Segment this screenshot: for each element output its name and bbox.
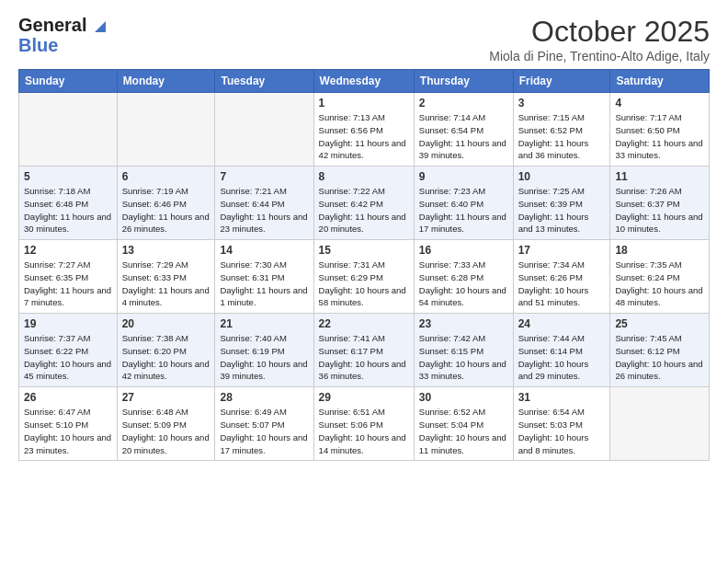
cell-w4-d1: 27Sunrise: 6:48 AM Sunset: 5:09 PM Dayli… bbox=[117, 387, 215, 461]
week-row-3: 19Sunrise: 7:37 AM Sunset: 6:22 PM Dayli… bbox=[19, 314, 710, 387]
day-number-w4-d1: 27 bbox=[122, 391, 210, 404]
day-number-w2-d3: 15 bbox=[319, 244, 409, 257]
day-info-w2-d6: Sunrise: 7:35 AM Sunset: 6:24 PM Dayligh… bbox=[615, 259, 704, 309]
day-number-w1-d2: 7 bbox=[220, 170, 308, 183]
cell-w0-d1 bbox=[117, 93, 215, 167]
cell-w3-d2: 21Sunrise: 7:40 AM Sunset: 6:19 PM Dayli… bbox=[215, 314, 313, 387]
day-info-w1-d3: Sunrise: 7:22 AM Sunset: 6:42 PM Dayligh… bbox=[319, 185, 409, 236]
day-info-w3-d1: Sunrise: 7:38 AM Sunset: 6:20 PM Dayligh… bbox=[122, 332, 210, 383]
day-number-w1-d0: 5 bbox=[24, 170, 112, 183]
day-number-w1-d4: 9 bbox=[419, 170, 508, 183]
logo-line1: General bbox=[18, 15, 108, 35]
cell-w1-d6: 11Sunrise: 7:26 AM Sunset: 6:37 PM Dayli… bbox=[610, 167, 710, 240]
day-info-w2-d1: Sunrise: 7:29 AM Sunset: 6:33 PM Dayligh… bbox=[122, 259, 210, 309]
day-number-w2-d5: 17 bbox=[518, 244, 606, 257]
cell-w4-d2: 28Sunrise: 6:49 AM Sunset: 5:07 PM Dayli… bbox=[215, 387, 313, 461]
day-number-w1-d6: 11 bbox=[615, 170, 704, 183]
cell-w4-d4: 30Sunrise: 6:52 AM Sunset: 5:04 PM Dayli… bbox=[414, 387, 513, 461]
header-thursday: Thursday bbox=[414, 70, 513, 93]
cell-w4-d6 bbox=[610, 387, 710, 461]
day-info-w4-d3: Sunrise: 6:51 AM Sunset: 5:06 PM Dayligh… bbox=[319, 406, 409, 456]
cell-w2-d6: 18Sunrise: 7:35 AM Sunset: 6:24 PM Dayli… bbox=[610, 240, 710, 314]
day-info-w4-d5: Sunrise: 6:54 AM Sunset: 5:03 PM Dayligh… bbox=[518, 406, 606, 456]
day-number-w2-d0: 12 bbox=[24, 244, 112, 257]
day-number-w1-d5: 10 bbox=[518, 170, 606, 183]
day-number-w2-d2: 14 bbox=[220, 244, 308, 257]
day-number-w2-d6: 18 bbox=[615, 244, 704, 257]
logo-icon bbox=[93, 19, 108, 34]
cell-w1-d5: 10Sunrise: 7:25 AM Sunset: 6:39 PM Dayli… bbox=[513, 167, 610, 240]
cell-w1-d4: 9Sunrise: 7:23 AM Sunset: 6:40 PM Daylig… bbox=[414, 167, 513, 240]
week-row-4: 26Sunrise: 6:47 AM Sunset: 5:10 PM Dayli… bbox=[19, 387, 710, 461]
day-number-w0-d4: 2 bbox=[419, 97, 508, 109]
weekday-header-row: Sunday Monday Tuesday Wednesday Thursday… bbox=[19, 70, 710, 93]
day-number-w4-d5: 31 bbox=[518, 391, 606, 404]
page-container: General Blue October 2025 Miola di Pine,… bbox=[0, 0, 728, 470]
day-info-w1-d6: Sunrise: 7:26 AM Sunset: 6:37 PM Dayligh… bbox=[615, 185, 704, 236]
cell-w2-d2: 14Sunrise: 7:30 AM Sunset: 6:31 PM Dayli… bbox=[215, 240, 313, 314]
cell-w0-d5: 3Sunrise: 7:15 AM Sunset: 6:52 PM Daylig… bbox=[513, 93, 610, 167]
cell-w0-d6: 4Sunrise: 7:17 AM Sunset: 6:50 PM Daylig… bbox=[610, 93, 710, 167]
header-monday: Monday bbox=[117, 70, 215, 93]
cell-w3-d3: 22Sunrise: 7:41 AM Sunset: 6:17 PM Dayli… bbox=[313, 314, 414, 387]
logo-line2: Blue bbox=[18, 35, 108, 55]
day-info-w1-d2: Sunrise: 7:21 AM Sunset: 6:44 PM Dayligh… bbox=[220, 185, 308, 236]
day-info-w4-d2: Sunrise: 6:49 AM Sunset: 5:07 PM Dayligh… bbox=[220, 406, 308, 456]
logo: General Blue bbox=[18, 15, 108, 55]
day-number-w3-d3: 22 bbox=[319, 317, 409, 330]
day-info-w3-d4: Sunrise: 7:42 AM Sunset: 6:15 PM Dayligh… bbox=[419, 332, 508, 383]
day-number-w4-d0: 26 bbox=[24, 391, 112, 404]
day-info-w4-d0: Sunrise: 6:47 AM Sunset: 5:10 PM Dayligh… bbox=[24, 406, 112, 456]
cell-w1-d2: 7Sunrise: 7:21 AM Sunset: 6:44 PM Daylig… bbox=[215, 167, 313, 240]
calendar-table: Sunday Monday Tuesday Wednesday Thursday… bbox=[18, 69, 710, 461]
cell-w3-d1: 20Sunrise: 7:38 AM Sunset: 6:20 PM Dayli… bbox=[117, 314, 215, 387]
day-number-w1-d3: 8 bbox=[319, 170, 409, 183]
cell-w2-d1: 13Sunrise: 7:29 AM Sunset: 6:33 PM Dayli… bbox=[117, 240, 215, 314]
day-number-w3-d0: 19 bbox=[24, 317, 112, 330]
day-number-w3-d5: 24 bbox=[518, 317, 606, 330]
day-info-w1-d4: Sunrise: 7:23 AM Sunset: 6:40 PM Dayligh… bbox=[419, 185, 508, 236]
day-number-w3-d4: 23 bbox=[419, 317, 508, 330]
day-info-w3-d5: Sunrise: 7:44 AM Sunset: 6:14 PM Dayligh… bbox=[518, 332, 606, 383]
header-tuesday: Tuesday bbox=[215, 70, 313, 93]
month-title: October 2025 bbox=[489, 15, 710, 49]
day-info-w3-d3: Sunrise: 7:41 AM Sunset: 6:17 PM Dayligh… bbox=[319, 332, 409, 383]
day-info-w2-d3: Sunrise: 7:31 AM Sunset: 6:29 PM Dayligh… bbox=[319, 259, 409, 309]
cell-w4-d3: 29Sunrise: 6:51 AM Sunset: 5:06 PM Dayli… bbox=[313, 387, 414, 461]
cell-w0-d4: 2Sunrise: 7:14 AM Sunset: 6:54 PM Daylig… bbox=[414, 93, 513, 167]
cell-w2-d4: 16Sunrise: 7:33 AM Sunset: 6:28 PM Dayli… bbox=[414, 240, 513, 314]
header-wednesday: Wednesday bbox=[313, 70, 414, 93]
cell-w0-d2 bbox=[215, 93, 313, 167]
day-number-w0-d3: 1 bbox=[319, 97, 409, 109]
day-number-w4-d4: 30 bbox=[419, 391, 508, 404]
day-info-w0-d5: Sunrise: 7:15 AM Sunset: 6:52 PM Dayligh… bbox=[518, 111, 606, 162]
day-info-w3-d6: Sunrise: 7:45 AM Sunset: 6:12 PM Dayligh… bbox=[615, 332, 704, 383]
cell-w0-d3: 1Sunrise: 7:13 AM Sunset: 6:56 PM Daylig… bbox=[313, 93, 414, 167]
header-sunday: Sunday bbox=[19, 70, 118, 93]
header-friday: Friday bbox=[513, 70, 610, 93]
calendar-body: 1Sunrise: 7:13 AM Sunset: 6:56 PM Daylig… bbox=[19, 93, 710, 461]
day-number-w0-d5: 3 bbox=[518, 97, 606, 109]
cell-w2-d5: 17Sunrise: 7:34 AM Sunset: 6:26 PM Dayli… bbox=[513, 240, 610, 314]
cell-w1-d3: 8Sunrise: 7:22 AM Sunset: 6:42 PM Daylig… bbox=[313, 167, 414, 240]
cell-w1-d0: 5Sunrise: 7:18 AM Sunset: 6:48 PM Daylig… bbox=[19, 167, 118, 240]
cell-w3-d4: 23Sunrise: 7:42 AM Sunset: 6:15 PM Dayli… bbox=[414, 314, 513, 387]
day-number-w2-d1: 13 bbox=[122, 244, 210, 257]
cell-w3-d5: 24Sunrise: 7:44 AM Sunset: 6:14 PM Dayli… bbox=[513, 314, 610, 387]
svg-marker-0 bbox=[95, 21, 106, 32]
day-info-w2-d4: Sunrise: 7:33 AM Sunset: 6:28 PM Dayligh… bbox=[419, 259, 508, 309]
day-number-w3-d2: 21 bbox=[220, 317, 308, 330]
week-row-0: 1Sunrise: 7:13 AM Sunset: 6:56 PM Daylig… bbox=[19, 93, 710, 167]
day-info-w0-d3: Sunrise: 7:13 AM Sunset: 6:56 PM Dayligh… bbox=[319, 111, 409, 162]
day-number-w3-d6: 25 bbox=[615, 317, 704, 330]
day-info-w1-d1: Sunrise: 7:19 AM Sunset: 6:46 PM Dayligh… bbox=[122, 185, 210, 236]
day-number-w0-d6: 4 bbox=[615, 97, 704, 109]
cell-w3-d0: 19Sunrise: 7:37 AM Sunset: 6:22 PM Dayli… bbox=[19, 314, 118, 387]
day-number-w4-d3: 29 bbox=[319, 391, 409, 404]
day-info-w2-d0: Sunrise: 7:27 AM Sunset: 6:35 PM Dayligh… bbox=[24, 259, 112, 309]
day-info-w2-d2: Sunrise: 7:30 AM Sunset: 6:31 PM Dayligh… bbox=[220, 259, 308, 309]
day-number-w1-d1: 6 bbox=[122, 170, 210, 183]
cell-w1-d1: 6Sunrise: 7:19 AM Sunset: 6:46 PM Daylig… bbox=[117, 167, 215, 240]
title-block: October 2025 Miola di Pine, Trentino-Alt… bbox=[489, 15, 710, 63]
cell-w0-d0 bbox=[19, 93, 118, 167]
